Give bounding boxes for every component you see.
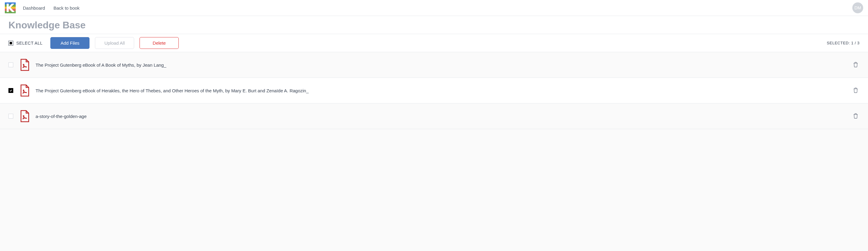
file-name: The Project Gutenberg eBook of A Book of…: [36, 62, 166, 67]
pdf-icon: [19, 84, 30, 96]
selected-count: SELECTED: 1 / 3: [827, 41, 860, 45]
toolbar: SELECT ALL Add Files Upload All Delete S…: [0, 34, 868, 52]
file-row: a-story-of-the-golden-age: [0, 104, 868, 129]
svg-rect-0: [5, 2, 16, 4]
nav-back-to-book[interactable]: Back to book: [53, 5, 80, 10]
trash-icon: [853, 62, 858, 68]
file-name: a-story-of-the-golden-age: [36, 114, 87, 119]
file-name: The Project Gutenberg eBook of Herakles,…: [36, 88, 309, 93]
pdf-icon: [19, 110, 30, 122]
avatar[interactable]: DM: [852, 2, 863, 13]
file-checkbox[interactable]: [8, 114, 13, 118]
file-row: The Project Gutenberg eBook of Herakles,…: [0, 78, 868, 104]
delete-button[interactable]: Delete: [140, 37, 179, 49]
page-title: Knowledge Base: [8, 20, 860, 31]
pdf-icon: [19, 59, 30, 71]
file-list: The Project Gutenberg eBook of A Book of…: [0, 52, 868, 129]
trash-icon: [853, 87, 858, 94]
nav-dashboard[interactable]: Dashboard: [23, 5, 45, 10]
delete-file-button[interactable]: [852, 112, 860, 121]
select-all-group: SELECT ALL: [8, 41, 42, 46]
delete-file-button[interactable]: [852, 86, 860, 95]
select-all-checkbox[interactable]: [8, 41, 13, 46]
app-logo[interactable]: [5, 2, 16, 13]
file-checkbox[interactable]: [8, 88, 13, 93]
upload-all-button: Upload All: [95, 37, 134, 49]
file-row: The Project Gutenberg eBook of A Book of…: [0, 52, 868, 78]
add-files-button[interactable]: Add Files: [50, 37, 90, 49]
select-all-label: SELECT ALL: [16, 41, 42, 46]
nav-links: Dashboard Back to book: [23, 5, 80, 10]
trash-icon: [853, 113, 858, 119]
title-section: Knowledge Base: [0, 16, 868, 34]
file-checkbox[interactable]: [8, 62, 13, 67]
header: Dashboard Back to book DM: [0, 0, 868, 16]
delete-file-button[interactable]: [852, 61, 860, 69]
